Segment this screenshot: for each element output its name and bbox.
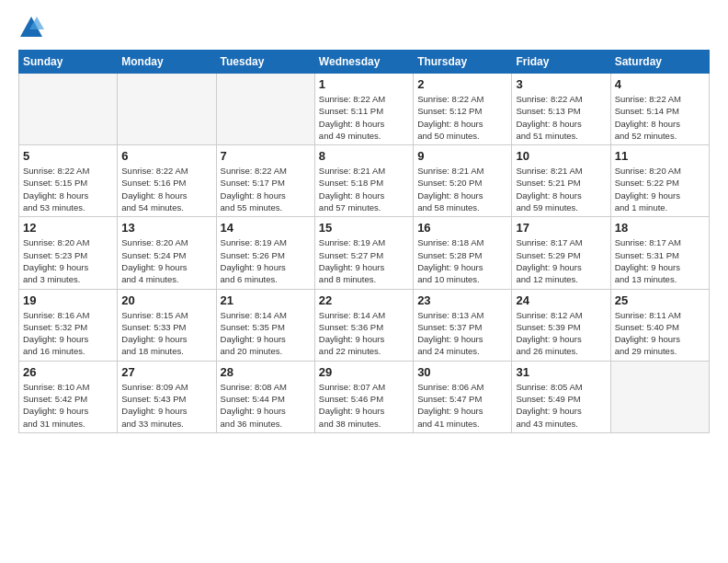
header: [18, 15, 710, 40]
calendar: SundayMondayTuesdayWednesdayThursdayFrid…: [18, 50, 710, 433]
calendar-day-cell: 30Sunrise: 8:06 AM Sunset: 5:47 PM Dayli…: [414, 361, 512, 432]
calendar-day-cell: 21Sunrise: 8:14 AM Sunset: 5:35 PM Dayli…: [216, 289, 314, 361]
calendar-day-cell: 17Sunrise: 8:17 AM Sunset: 5:29 PM Dayli…: [512, 217, 610, 289]
calendar-day-cell: 5Sunrise: 8:22 AM Sunset: 5:15 PM Daylig…: [19, 145, 118, 217]
day-info: Sunrise: 8:22 AM Sunset: 5:13 PM Dayligh…: [516, 93, 606, 142]
day-number: 14: [221, 221, 311, 235]
day-number: 28: [221, 365, 311, 379]
calendar-day-cell: 1Sunrise: 8:22 AM Sunset: 5:11 PM Daylig…: [314, 74, 413, 145]
day-info: Sunrise: 8:16 AM Sunset: 5:32 PM Dayligh…: [23, 309, 113, 358]
day-info: Sunrise: 8:22 AM Sunset: 5:16 PM Dayligh…: [121, 165, 211, 213]
day-number: 18: [615, 221, 705, 235]
calendar-day-cell: 11Sunrise: 8:20 AM Sunset: 5:22 PM Dayli…: [610, 145, 709, 217]
day-info: Sunrise: 8:20 AM Sunset: 5:24 PM Dayligh…: [121, 236, 211, 285]
day-info: Sunrise: 8:18 AM Sunset: 5:28 PM Dayligh…: [417, 236, 507, 285]
day-info: Sunrise: 8:11 AM Sunset: 5:40 PM Dayligh…: [615, 309, 705, 358]
calendar-day-cell: 10Sunrise: 8:21 AM Sunset: 5:21 PM Dayli…: [512, 145, 610, 217]
calendar-day-cell: 2Sunrise: 8:22 AM Sunset: 5:12 PM Daylig…: [414, 74, 512, 145]
calendar-day-cell: 25Sunrise: 8:11 AM Sunset: 5:40 PM Dayli…: [610, 289, 709, 361]
calendar-day-cell: [216, 74, 314, 145]
logo-icon: [18, 15, 44, 40]
day-number: 31: [516, 365, 606, 379]
day-number: 20: [121, 293, 211, 307]
day-info: Sunrise: 8:05 AM Sunset: 5:49 PM Dayligh…: [516, 381, 606, 430]
calendar-day-cell: 29Sunrise: 8:07 AM Sunset: 5:46 PM Dayli…: [314, 361, 413, 432]
day-info: Sunrise: 8:22 AM Sunset: 5:11 PM Dayligh…: [319, 93, 409, 142]
day-number: 29: [319, 365, 409, 379]
day-info: Sunrise: 8:19 AM Sunset: 5:26 PM Dayligh…: [221, 236, 311, 285]
day-number: 1: [319, 77, 409, 91]
day-number: 16: [417, 221, 507, 235]
day-number: 15: [319, 221, 409, 235]
calendar-day-cell: 18Sunrise: 8:17 AM Sunset: 5:31 PM Dayli…: [610, 217, 709, 289]
calendar-day-cell: 31Sunrise: 8:05 AM Sunset: 5:49 PM Dayli…: [512, 361, 610, 432]
day-info: Sunrise: 8:22 AM Sunset: 5:15 PM Dayligh…: [23, 165, 113, 213]
day-header: Thursday: [414, 51, 512, 74]
day-info: Sunrise: 8:19 AM Sunset: 5:27 PM Dayligh…: [319, 236, 409, 285]
day-header: Wednesday: [314, 51, 413, 74]
day-info: Sunrise: 8:14 AM Sunset: 5:35 PM Dayligh…: [221, 309, 311, 358]
day-info: Sunrise: 8:20 AM Sunset: 5:23 PM Dayligh…: [23, 236, 113, 285]
calendar-day-cell: 23Sunrise: 8:13 AM Sunset: 5:37 PM Dayli…: [414, 289, 512, 361]
day-number: 5: [23, 149, 113, 163]
day-number: 7: [221, 149, 311, 163]
day-header: Sunday: [19, 51, 118, 74]
calendar-day-cell: [19, 74, 118, 145]
day-info: Sunrise: 8:15 AM Sunset: 5:33 PM Dayligh…: [121, 309, 211, 358]
calendar-day-cell: 15Sunrise: 8:19 AM Sunset: 5:27 PM Dayli…: [314, 217, 413, 289]
day-number: 23: [417, 293, 507, 307]
day-number: 22: [319, 293, 409, 307]
calendar-day-cell: [610, 361, 709, 432]
day-info: Sunrise: 8:06 AM Sunset: 5:47 PM Dayligh…: [417, 381, 507, 430]
day-number: 19: [23, 293, 113, 307]
calendar-day-cell: 28Sunrise: 8:08 AM Sunset: 5:44 PM Dayli…: [216, 361, 314, 432]
calendar-day-cell: 14Sunrise: 8:19 AM Sunset: 5:26 PM Dayli…: [216, 217, 314, 289]
day-header: Monday: [118, 51, 216, 74]
day-number: 27: [121, 365, 211, 379]
calendar-day-cell: 26Sunrise: 8:10 AM Sunset: 5:42 PM Dayli…: [19, 361, 118, 432]
day-number: 13: [121, 221, 211, 235]
day-info: Sunrise: 8:13 AM Sunset: 5:37 PM Dayligh…: [417, 309, 507, 358]
day-number: 26: [23, 365, 113, 379]
day-number: 11: [615, 149, 705, 163]
calendar-week-row: 1Sunrise: 8:22 AM Sunset: 5:11 PM Daylig…: [19, 74, 710, 145]
calendar-day-cell: 22Sunrise: 8:14 AM Sunset: 5:36 PM Dayli…: [314, 289, 413, 361]
day-info: Sunrise: 8:17 AM Sunset: 5:31 PM Dayligh…: [615, 236, 705, 285]
day-number: 21: [221, 293, 311, 307]
day-number: 30: [417, 365, 507, 379]
day-number: 25: [615, 293, 705, 307]
day-info: Sunrise: 8:21 AM Sunset: 5:21 PM Dayligh…: [516, 165, 606, 213]
calendar-day-cell: 8Sunrise: 8:21 AM Sunset: 5:18 PM Daylig…: [314, 145, 413, 217]
day-info: Sunrise: 8:22 AM Sunset: 5:17 PM Dayligh…: [221, 165, 311, 213]
logo: [18, 15, 48, 40]
day-info: Sunrise: 8:21 AM Sunset: 5:20 PM Dayligh…: [417, 165, 507, 213]
day-info: Sunrise: 8:07 AM Sunset: 5:46 PM Dayligh…: [319, 381, 409, 430]
calendar-header-row: SundayMondayTuesdayWednesdayThursdayFrid…: [19, 51, 710, 74]
day-number: 24: [516, 293, 606, 307]
day-number: 2: [417, 77, 507, 91]
calendar-day-cell: 19Sunrise: 8:16 AM Sunset: 5:32 PM Dayli…: [19, 289, 118, 361]
day-number: 9: [417, 149, 507, 163]
calendar-day-cell: 9Sunrise: 8:21 AM Sunset: 5:20 PM Daylig…: [414, 145, 512, 217]
calendar-day-cell: 6Sunrise: 8:22 AM Sunset: 5:16 PM Daylig…: [118, 145, 216, 217]
calendar-day-cell: [118, 74, 216, 145]
day-info: Sunrise: 8:22 AM Sunset: 5:12 PM Dayligh…: [417, 93, 507, 142]
day-header: Tuesday: [216, 51, 314, 74]
day-number: 3: [516, 77, 606, 91]
calendar-day-cell: 7Sunrise: 8:22 AM Sunset: 5:17 PM Daylig…: [216, 145, 314, 217]
day-info: Sunrise: 8:10 AM Sunset: 5:42 PM Dayligh…: [23, 381, 113, 430]
day-number: 4: [615, 77, 705, 91]
day-info: Sunrise: 8:14 AM Sunset: 5:36 PM Dayligh…: [319, 309, 409, 358]
calendar-day-cell: 4Sunrise: 8:22 AM Sunset: 5:14 PM Daylig…: [610, 74, 709, 145]
calendar-week-row: 26Sunrise: 8:10 AM Sunset: 5:42 PM Dayli…: [19, 361, 710, 432]
page: SundayMondayTuesdayWednesdayThursdayFrid…: [0, 0, 728, 563]
calendar-week-row: 19Sunrise: 8:16 AM Sunset: 5:32 PM Dayli…: [19, 289, 710, 361]
day-number: 8: [319, 149, 409, 163]
calendar-day-cell: 3Sunrise: 8:22 AM Sunset: 5:13 PM Daylig…: [512, 74, 610, 145]
calendar-week-row: 12Sunrise: 8:20 AM Sunset: 5:23 PM Dayli…: [19, 217, 710, 289]
day-number: 17: [516, 221, 606, 235]
day-info: Sunrise: 8:21 AM Sunset: 5:18 PM Dayligh…: [319, 165, 409, 213]
calendar-week-row: 5Sunrise: 8:22 AM Sunset: 5:15 PM Daylig…: [19, 145, 710, 217]
day-number: 10: [516, 149, 606, 163]
calendar-day-cell: 27Sunrise: 8:09 AM Sunset: 5:43 PM Dayli…: [118, 361, 216, 432]
